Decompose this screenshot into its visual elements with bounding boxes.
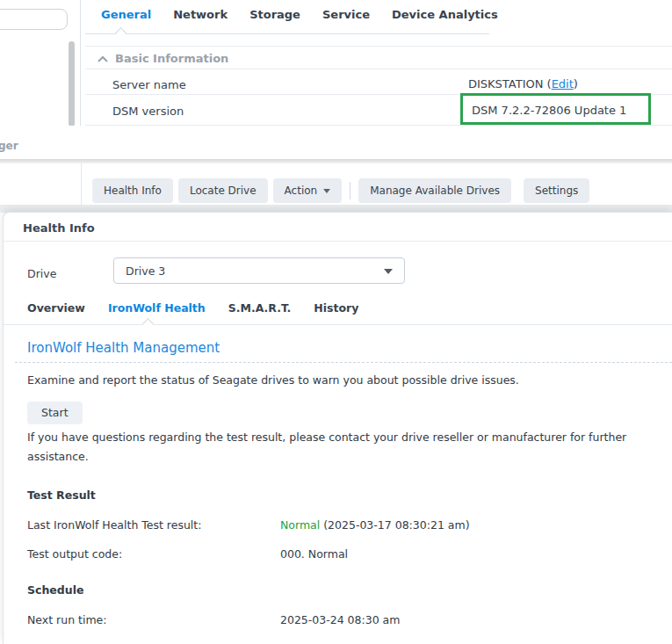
- ironwolf-note: If you have questions regarding the test…: [27, 428, 647, 467]
- manage-available-drives-button[interactable]: Manage Available Drives: [358, 178, 511, 203]
- tab-underline: [4, 324, 672, 325]
- settings-tab-bar: General Network Storage Service Device A…: [85, 8, 498, 21]
- storage-manager-toolbar-section: Health Info Locate Drive Action Manage A…: [0, 163, 672, 206]
- vertical-divider: [80, 0, 81, 126]
- server-name-label: Server name: [112, 78, 186, 91]
- tab-underline: [85, 33, 489, 34]
- server-name-value: DISKSTATION (Edit): [468, 77, 578, 90]
- server-name-close-paren: ): [574, 77, 578, 90]
- basic-information-section-header[interactable]: Basic Information: [98, 52, 228, 65]
- tab-ironwolf-health[interactable]: IronWolf Health: [108, 301, 206, 315]
- dsm-version-label: DSM version: [112, 105, 184, 118]
- window-title-fragment: ger: [0, 140, 18, 152]
- toolbar-separator: [350, 182, 350, 199]
- tab-smart[interactable]: S.M.A.R.T.: [228, 301, 292, 315]
- drive-selected-value: Drive 3: [126, 264, 165, 278]
- next-run-label: Next run time:: [27, 613, 107, 626]
- action-label: Action: [285, 185, 318, 197]
- locate-drive-button[interactable]: Locate Drive: [178, 178, 268, 203]
- scrollbar-thumb[interactable]: [69, 41, 75, 126]
- tab-storage[interactable]: Storage: [249, 8, 300, 21]
- divider: [85, 46, 672, 47]
- divider: [85, 69, 672, 69]
- dropdown-caret-icon: [384, 269, 393, 274]
- tab-device-analytics[interactable]: Device Analytics: [392, 8, 498, 21]
- health-info-dialog: Health Info Drive Drive 3 Overview IronW…: [3, 212, 672, 644]
- active-tab-notch: [142, 318, 154, 329]
- output-code-label: Test output code:: [27, 547, 122, 561]
- last-test-label: Last IronWolf Health Test result:: [27, 518, 201, 532]
- search-input[interactable]: [0, 9, 68, 30]
- divider: [4, 241, 672, 242]
- caret-down-icon: [323, 189, 330, 193]
- section-title: Basic Information: [115, 52, 228, 65]
- dialog-title: Health Info: [23, 221, 95, 235]
- dsm-version-value: DSM 7.2.2-72806 Update 1: [472, 104, 626, 117]
- schedule-heading: Schedule: [27, 583, 83, 597]
- dashed-divider: [15, 362, 672, 363]
- edit-link[interactable]: Edit: [552, 77, 574, 90]
- health-info-button[interactable]: Health Info: [92, 178, 173, 203]
- active-tab-notch: [115, 27, 126, 39]
- tab-history[interactable]: History: [314, 301, 358, 315]
- ironwolf-section-heading: IronWolf Health Management: [27, 340, 220, 356]
- drive-select-dropdown[interactable]: Drive 3: [113, 257, 405, 284]
- last-test-value: Normal (2025-03-17 08:30:21 am): [280, 518, 470, 532]
- test-timestamp: (2025-03-17 08:30:21 am): [320, 518, 469, 532]
- divider: [85, 125, 672, 126]
- vertical-divider: [81, 163, 82, 206]
- ironwolf-description: Examine and report the status of Seagate…: [27, 371, 519, 390]
- control-panel-top-section: General Network Storage Service Device A…: [0, 0, 672, 126]
- test-status-normal: Normal: [280, 518, 320, 532]
- tab-network[interactable]: Network: [173, 8, 228, 21]
- tab-overview[interactable]: Overview: [27, 301, 85, 315]
- test-result-heading: Test Result: [27, 488, 96, 502]
- next-run-value: 2025-03-24 08:30 am: [280, 613, 400, 626]
- action-dropdown-button[interactable]: Action: [273, 178, 343, 203]
- divider: [85, 94, 672, 95]
- server-name-text: DISKSTATION (: [468, 77, 552, 90]
- chevron-up-icon: [98, 55, 108, 62]
- tab-general[interactable]: General: [101, 8, 151, 21]
- drive-toolbar: Health Info Locate Drive Action Manage A…: [92, 178, 589, 203]
- tab-service[interactable]: Service: [322, 8, 370, 21]
- dialog-tab-bar: Overview IronWolf Health S.M.A.R.T. Hist…: [27, 301, 358, 315]
- drive-label: Drive: [27, 267, 56, 280]
- output-code-value: 000. Normal: [280, 547, 348, 561]
- settings-button[interactable]: Settings: [524, 178, 589, 203]
- start-button[interactable]: Start: [27, 402, 83, 424]
